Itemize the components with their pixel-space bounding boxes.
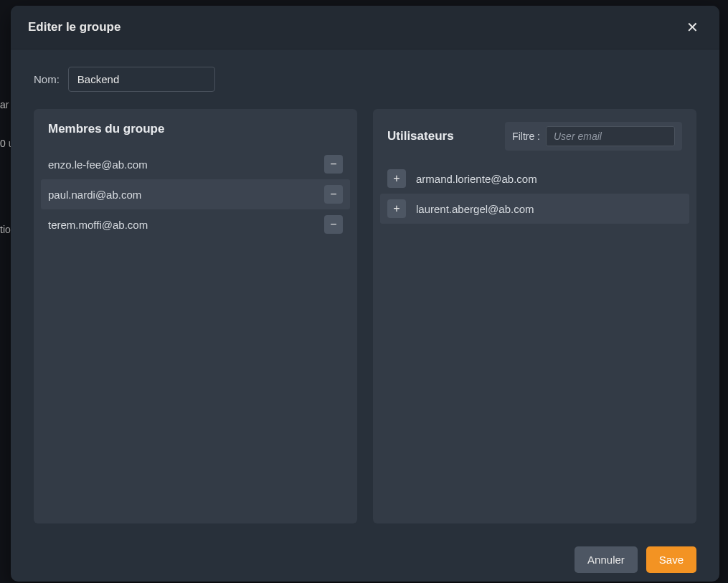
name-label: Nom:: [34, 73, 60, 85]
user-row: + laurent.abergel@ab.com: [380, 194, 689, 224]
users-panel: Utilisateurs Filtre : + armand.loriente@…: [373, 109, 696, 523]
add-user-button[interactable]: +: [387, 199, 406, 218]
user-row: + armand.loriente@ab.com: [380, 163, 689, 194]
user-email: armand.loriente@ab.com: [416, 173, 682, 185]
minus-icon: −: [330, 219, 336, 230]
edit-group-modal: Editer le groupe ✕ Nom: Membres du group…: [11, 6, 719, 582]
users-list: + armand.loriente@ab.com + laurent.aberg…: [373, 163, 696, 523]
filter-wrap: Filtre :: [505, 122, 682, 151]
name-row: Nom:: [34, 67, 696, 92]
user-filter-input[interactable]: [546, 126, 675, 146]
user-email: laurent.abergel@ab.com: [416, 203, 682, 215]
members-panel: Membres du groupe enzo.le-fee@ab.com − p…: [34, 109, 357, 523]
group-name-input[interactable]: [68, 67, 215, 92]
panels: Membres du groupe enzo.le-fee@ab.com − p…: [34, 109, 696, 523]
modal-footer: Annuler Save: [11, 535, 719, 582]
add-user-button[interactable]: +: [387, 169, 406, 188]
modal-title: Editer le groupe: [28, 20, 120, 34]
member-email: terem.moffi@ab.com: [48, 219, 314, 231]
remove-member-button[interactable]: −: [324, 155, 343, 174]
close-icon: ✕: [686, 19, 699, 36]
modal-header: Editer le groupe ✕: [11, 6, 719, 49]
users-panel-header: Utilisateurs Filtre :: [373, 109, 696, 163]
member-email: paul.nardi@ab.com: [48, 189, 314, 201]
minus-icon: −: [330, 189, 336, 200]
plus-icon: +: [393, 173, 400, 184]
members-panel-header: Membres du groupe: [34, 109, 357, 149]
member-row: enzo.le-fee@ab.com −: [41, 149, 350, 179]
save-button[interactable]: Save: [646, 546, 696, 573]
users-panel-title: Utilisateurs: [387, 129, 454, 143]
plus-icon: +: [393, 203, 400, 214]
close-button[interactable]: ✕: [682, 17, 702, 37]
remove-member-button[interactable]: −: [324, 215, 343, 234]
filter-label: Filtre :: [512, 131, 540, 142]
member-row: paul.nardi@ab.com −: [41, 179, 350, 209]
minus-icon: −: [330, 158, 336, 170]
bg-frag: ar: [0, 99, 9, 110]
modal-body: Nom: Membres du groupe enzo.le-fee@ab.co…: [11, 49, 719, 535]
member-email: enzo.le-fee@ab.com: [48, 158, 314, 171]
members-panel-title: Membres du groupe: [48, 122, 164, 136]
remove-member-button[interactable]: −: [324, 185, 343, 204]
members-list: enzo.le-fee@ab.com − paul.nardi@ab.com −…: [34, 149, 357, 523]
cancel-button[interactable]: Annuler: [575, 546, 638, 573]
bg-frag: tio: [0, 224, 11, 235]
member-row: terem.moffi@ab.com −: [41, 209, 350, 240]
